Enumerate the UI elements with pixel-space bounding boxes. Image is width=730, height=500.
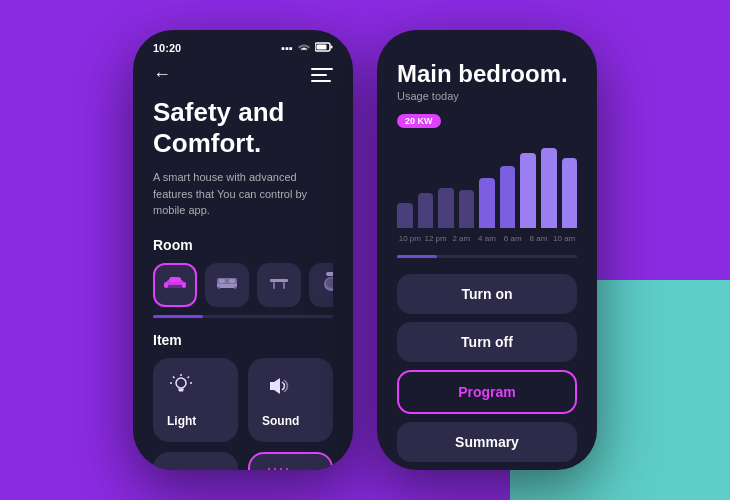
- svg-rect-15: [273, 282, 275, 289]
- chart-scroll-indicator: [397, 255, 577, 258]
- hamburger-line-1: [311, 68, 333, 70]
- svg-line-22: [173, 376, 175, 378]
- status-bar-left: 10:20 ▪▪▪: [133, 30, 353, 60]
- chart-label-12pm: 12 pm: [423, 234, 449, 243]
- bed-icon: [216, 274, 238, 295]
- item-section-label: Item: [153, 332, 333, 348]
- turn-on-button[interactable]: Turn on: [397, 274, 577, 314]
- svg-rect-11: [229, 279, 235, 283]
- svg-point-20: [176, 378, 186, 388]
- svg-marker-26: [270, 378, 280, 394]
- svg-rect-2: [317, 45, 327, 50]
- phones-container: 10:20 ▪▪▪: [133, 30, 597, 470]
- signal-icon: ▪▪▪: [281, 42, 293, 54]
- svg-rect-12: [218, 286, 220, 289]
- hero-subtitle: A smart house with advanced features tha…: [153, 169, 333, 219]
- room-scroll-indicator: [153, 315, 333, 318]
- usage-label: Usage today: [397, 90, 577, 102]
- svg-rect-1: [331, 46, 333, 49]
- chart-label-8am: 8 am: [526, 234, 552, 243]
- turn-off-button[interactable]: Turn off: [397, 322, 577, 362]
- status-icons-left: ▪▪▪: [281, 42, 333, 54]
- bar-0: [397, 203, 413, 228]
- bar-4: [479, 178, 495, 228]
- usage-badge: 20 KW: [397, 114, 441, 128]
- chart-labels: 10 pm 12 pm 2 am 4 am 6 am 8 am 10 am: [397, 234, 577, 243]
- svg-rect-7: [169, 277, 181, 282]
- menu-button[interactable]: [311, 68, 333, 82]
- hamburger-line-3: [311, 80, 331, 82]
- wifi-icon: [297, 42, 311, 54]
- left-phone-content: ← Safety and Comfort. A smart house with…: [133, 60, 353, 470]
- hamburger-line-2: [311, 74, 327, 76]
- chart-label-10am: 10 am: [551, 234, 577, 243]
- svg-rect-13: [234, 286, 236, 289]
- item-card-fan[interactable]: Fan: [153, 452, 238, 470]
- svg-rect-17: [326, 272, 333, 276]
- light-label: Light: [167, 414, 196, 428]
- sofa-icon: [164, 274, 186, 295]
- room-name-title: Main bedroom.: [397, 60, 577, 88]
- svg-line-23: [188, 376, 190, 378]
- light-icon: [167, 372, 195, 406]
- bar-chart: [397, 138, 577, 228]
- chart-label-10pm: 10 pm: [397, 234, 423, 243]
- item-card-light[interactable]: Light: [153, 358, 238, 442]
- chart-scroll-thumb: [397, 255, 437, 258]
- sound-label: Sound: [262, 414, 299, 428]
- phone-right: Main bedroom. Usage today 20 KW 10 pm 12…: [377, 30, 597, 470]
- phone-left: 10:20 ▪▪▪: [133, 30, 353, 470]
- bar-2: [438, 188, 454, 228]
- summary-button[interactable]: Summary: [397, 422, 577, 462]
- room-row: [153, 263, 333, 307]
- battery-icon: [315, 42, 333, 54]
- time-label: 10:20: [153, 42, 181, 54]
- room-scroll-thumb: [153, 315, 203, 318]
- fan-icon: [167, 466, 195, 470]
- bar-3: [459, 190, 475, 228]
- sound-icon: [262, 372, 290, 406]
- item-card-heater[interactable]: Heater: [248, 452, 333, 470]
- action-buttons: Turn on Turn off Program Summary: [397, 274, 577, 462]
- room-section-label: Room: [153, 237, 333, 253]
- room-item-bed[interactable]: [205, 263, 249, 307]
- svg-rect-14: [270, 279, 288, 282]
- chart-label-2am: 2 am: [448, 234, 474, 243]
- hero-title: Safety and Comfort.: [153, 97, 333, 159]
- chart-label-6am: 6 am: [500, 234, 526, 243]
- items-grid: Light Sound: [153, 358, 333, 470]
- back-button[interactable]: ←: [153, 64, 171, 85]
- room-item-table[interactable]: [257, 263, 301, 307]
- nav-row: ←: [153, 60, 333, 97]
- program-button[interactable]: Program: [397, 370, 577, 414]
- bar-7: [541, 148, 557, 228]
- bar-1: [418, 193, 434, 228]
- table-icon: [268, 274, 290, 295]
- room-item-sofa[interactable]: [153, 263, 197, 307]
- chart-label-4am: 4 am: [474, 234, 500, 243]
- right-phone-content: Main bedroom. Usage today 20 KW 10 pm 12…: [377, 60, 597, 462]
- svg-rect-10: [219, 279, 225, 283]
- heater-icon: [264, 468, 292, 470]
- bar-6: [520, 153, 536, 228]
- bar-5: [500, 166, 516, 228]
- room-item-toilet[interactable]: [309, 263, 333, 307]
- toilet-icon: [322, 272, 333, 297]
- bar-8: [562, 158, 578, 228]
- svg-rect-16: [283, 282, 285, 289]
- item-card-sound[interactable]: Sound: [248, 358, 333, 442]
